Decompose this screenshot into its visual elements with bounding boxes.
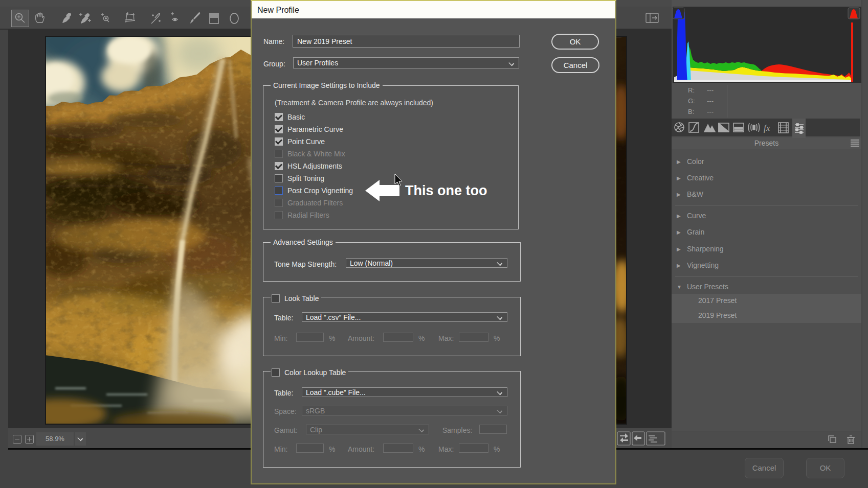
svg-text:fx: fx xyxy=(764,123,770,133)
